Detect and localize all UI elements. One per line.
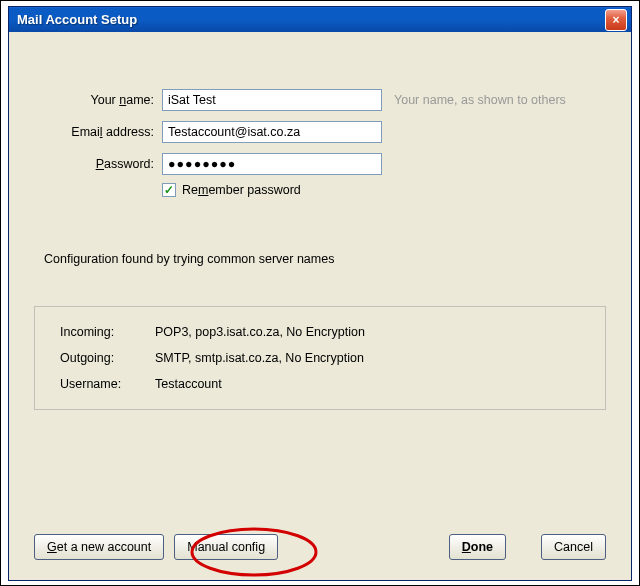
done-button[interactable]: Done	[449, 534, 506, 560]
outgoing-value: SMTP, smtp.isat.co.za, No Encryption	[155, 351, 587, 365]
manual-config-button[interactable]: Manual config	[174, 534, 278, 560]
close-button[interactable]: ×	[605, 9, 627, 31]
close-icon: ×	[612, 13, 619, 27]
server-config-panel: Incoming: POP3, pop3.isat.co.za, No Encr…	[34, 306, 606, 410]
check-icon: ✓	[164, 185, 174, 195]
name-hint: Your name, as shown to others	[394, 93, 566, 107]
button-row: Get a new account Manual config Done Can…	[34, 534, 606, 560]
remember-password-label: Remember password	[182, 183, 301, 197]
username-label: Username:	[60, 377, 155, 391]
incoming-value: POP3, pop3.isat.co.za, No Encryption	[155, 325, 587, 339]
password-label: Password:	[34, 157, 162, 171]
name-input[interactable]	[162, 89, 382, 111]
password-input[interactable]	[162, 153, 382, 175]
name-label: Your name:	[34, 93, 162, 107]
outgoing-label: Outgoing:	[60, 351, 155, 365]
username-value: Testaccount	[155, 377, 587, 391]
remember-password-checkbox[interactable]: ✓	[162, 183, 176, 197]
cancel-button[interactable]: Cancel	[541, 534, 606, 560]
window-title: Mail Account Setup	[17, 12, 137, 27]
mail-account-setup-window: Mail Account Setup × Your name: Your nam…	[8, 6, 632, 581]
incoming-label: Incoming:	[60, 325, 155, 339]
titlebar[interactable]: Mail Account Setup ×	[9, 7, 631, 32]
get-new-account-button[interactable]: Get a new account	[34, 534, 164, 560]
window-body: Your name: Your name, as shown to others…	[9, 32, 631, 580]
config-status-message: Configuration found by trying common ser…	[44, 252, 606, 266]
email-input[interactable]	[162, 121, 382, 143]
email-label: Email address:	[34, 125, 162, 139]
